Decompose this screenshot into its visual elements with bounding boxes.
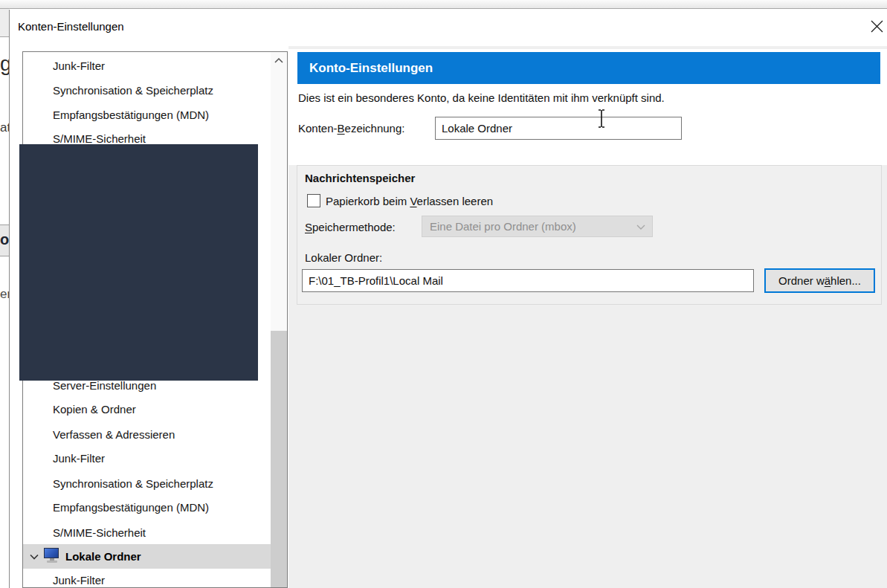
sidebar-item-composition[interactable]: Verfassen & Adressieren <box>53 422 175 447</box>
empty-trash-label[interactable]: Papierkorb beim Verlassen leeren <box>326 195 493 207</box>
sidebar-item-sync-storage-2[interactable]: Synchronisation & Speicherplatz <box>53 471 213 496</box>
page-title: Konto-Einstellungen <box>297 52 880 84</box>
background-text-fragment: g <box>0 52 9 76</box>
dialog-title: Konten-Einstellungen <box>18 20 124 33</box>
background-text-fragment: er <box>0 287 9 302</box>
sidebar-item-smime-2[interactable]: S/MIME-Sicherheit <box>53 520 146 545</box>
message-store-groupbox: Nachrichtenspeicher Papierkorb beim Verl… <box>297 165 882 305</box>
background-text-fragment: at <box>0 120 9 135</box>
local-folders-computer-icon <box>44 548 60 564</box>
sidebar-scrollbar[interactable] <box>271 52 287 587</box>
background-window-top-edge <box>0 0 887 9</box>
special-account-note: Dies ist ein besonderes Konto, da keine … <box>298 91 665 104</box>
chevron-down-icon <box>636 224 645 230</box>
sidebar-item-junk-filter-3[interactable]: Junk-Filter <box>53 568 105 588</box>
redacted-area <box>19 144 258 381</box>
sidebar-item-junk-filter-2[interactable]: Junk-Filter <box>53 446 105 471</box>
empty-trash-checkbox[interactable] <box>307 194 320 207</box>
sidebar-item-sync-storage-1[interactable]: Synchronisation & Speicherplatz <box>53 78 213 103</box>
background-row-fragment: or <box>0 224 9 256</box>
background-text-fragment: or <box>0 231 9 248</box>
close-icon <box>871 20 883 33</box>
scrollbar-thumb[interactable] <box>271 331 287 587</box>
chevron-up-icon <box>274 58 283 63</box>
scrollbar-up-button[interactable] <box>271 52 287 68</box>
sidebar-item-label: Lokale Ordner <box>65 544 141 569</box>
close-button[interactable] <box>865 15 887 37</box>
local-directory-label: Lokaler Ordner: <box>305 251 382 264</box>
sidebar-item-mdn-2[interactable]: Empfangsbestätigungen (MDN) <box>53 495 209 520</box>
groupbox-title: Nachrichtenspeicher <box>305 172 415 184</box>
background-window-left-edge: g at or er <box>0 9 9 588</box>
text-cursor-pointer <box>596 109 607 129</box>
sidebar-item-mdn-1[interactable]: Empfangsbestätigungen (MDN) <box>53 103 209 127</box>
local-directory-input[interactable] <box>302 269 754 292</box>
sidebar-item-copies-folders[interactable]: Kopien & Ordner <box>53 397 136 421</box>
store-method-select[interactable]: Eine Datei pro Ordner (mbox) <box>422 216 653 237</box>
account-name-label: Konten-Bezeichnung: <box>298 122 404 135</box>
chevron-down-icon[interactable] <box>30 554 39 560</box>
account-name-input[interactable] <box>435 117 682 140</box>
background-window-chrome <box>0 9 9 37</box>
sidebar-item-junk-filter-1[interactable]: Junk-Filter <box>53 54 105 78</box>
store-method-label: Speichermethode: <box>305 221 396 233</box>
sidebar-item-lokale-ordner[interactable]: Lokale Ordner <box>23 544 271 569</box>
choose-folder-button[interactable]: Ordner wählen... <box>764 268 875 293</box>
store-method-value: Eine Datei pro Ordner (mbox) <box>430 220 576 233</box>
